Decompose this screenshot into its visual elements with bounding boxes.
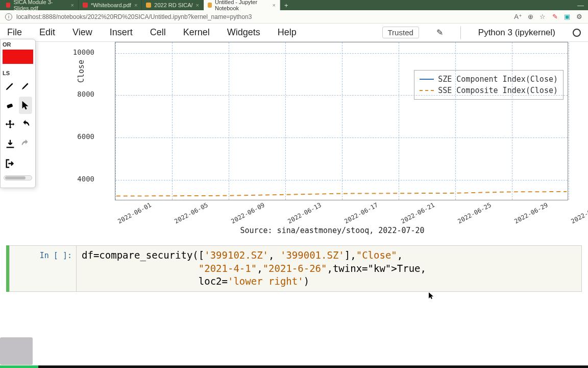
anno-section-color: OR xyxy=(1,39,35,49)
notebook-area: Close 40006000800010000 SZE Component In… xyxy=(0,42,588,353)
tab-label: *Whiteboard.pdf xyxy=(91,2,131,8)
x-tick: 2022-06-25 xyxy=(456,201,492,225)
code-cell[interactable]: In [ ]: df=compare_security(['399102.SZ'… xyxy=(6,245,582,292)
x-tick: 2022-06-17 xyxy=(343,201,379,225)
kernel-status-icon xyxy=(573,29,581,37)
blank-tool xyxy=(19,155,32,172)
browser-tab[interactable]: SICA Module 3-Slides.pdf× xyxy=(2,0,79,10)
favorites-icon[interactable]: ☆ xyxy=(539,13,546,20)
x-tick: 2022-06-29 xyxy=(513,201,549,225)
video-progress-track[interactable] xyxy=(0,365,588,368)
menu-file[interactable]: File xyxy=(7,27,22,38)
code-input[interactable]: df=compare_security(['399102.SZ', '39900… xyxy=(76,246,581,291)
pencil-icon[interactable]: ✎ xyxy=(436,28,443,37)
menu-view[interactable]: View xyxy=(72,27,92,38)
highlighter-tool-icon[interactable] xyxy=(19,77,32,95)
svg-rect-0 xyxy=(7,103,13,108)
y-tick: 6000 xyxy=(43,132,94,141)
menu-kernel[interactable]: Kernel xyxy=(183,27,210,38)
separator xyxy=(460,26,461,39)
annotation-toolbar: OR LS xyxy=(0,39,36,188)
browser-tab-strip: SICA Module 3-Slides.pdf× *Whiteboard.pd… xyxy=(0,0,588,10)
cursor-icon xyxy=(429,292,434,300)
jupyter-icon xyxy=(146,3,151,8)
save-tool-icon[interactable] xyxy=(4,135,17,153)
plot-area: SZE Component Index(Close) SSE Composite… xyxy=(115,42,568,200)
close-icon[interactable]: × xyxy=(71,2,74,8)
kernel-name[interactable]: Python 3 (ipykernel) xyxy=(478,28,555,38)
cell-prompt: In [ ]: xyxy=(10,246,76,291)
y-tick: 8000 xyxy=(43,90,94,98)
video-progress-fill xyxy=(0,365,38,368)
tab-label: 2022 RD SICA/ xyxy=(154,2,192,8)
y-tick: 10000 xyxy=(43,48,94,56)
menu-widgets[interactable]: Widgets xyxy=(227,27,260,38)
x-tick: 2022-06-01 xyxy=(116,201,152,225)
read-aloud-icon[interactable]: A⁺ xyxy=(514,13,522,20)
x-tick: 2022-07-01 xyxy=(570,201,588,225)
x-tick: 2022-06-05 xyxy=(173,201,209,225)
output-chart: Close 40006000800010000 SZE Component In… xyxy=(77,42,588,236)
menu-help[interactable]: Help xyxy=(278,27,297,38)
chart-source: Source: sina/eastmoney/stooq, 2022-07-20 xyxy=(77,226,588,235)
y-tick: 4000 xyxy=(43,175,94,183)
browser-tab[interactable]: *Whiteboard.pdf× xyxy=(79,0,142,10)
close-icon[interactable]: × xyxy=(273,2,276,8)
undo-tool-icon[interactable] xyxy=(19,116,32,133)
cursor-tool-icon[interactable] xyxy=(19,97,32,114)
scrollbar-thumb[interactable] xyxy=(5,176,26,179)
color-swatch-red[interactable] xyxy=(3,50,33,64)
pdf-icon xyxy=(6,3,10,8)
webcam-thumbnail xyxy=(0,337,33,365)
minimize-button[interactable]: — xyxy=(573,0,588,10)
zoom-icon[interactable]: ⊕ xyxy=(527,13,534,20)
eraser-tool-icon[interactable] xyxy=(4,97,17,114)
browser-tab[interactable]: 2022 RD SICA/× xyxy=(142,0,204,10)
pdf-icon xyxy=(83,3,88,8)
browser-tab-active[interactable]: Untitled - Jupyter Notebook× xyxy=(204,0,280,10)
move-tool-icon[interactable] xyxy=(4,116,17,133)
anno-scrollbar[interactable] xyxy=(4,175,32,180)
jupyter-icon xyxy=(208,3,212,8)
tab-label: Untitled - Jupyter Notebook xyxy=(215,0,270,11)
close-icon[interactable]: × xyxy=(134,2,137,8)
menu-cell[interactable]: Cell xyxy=(150,27,166,38)
collections-icon[interactable]: ▣ xyxy=(564,13,571,20)
redo-tool-icon[interactable] xyxy=(19,135,32,153)
url-text[interactable]: localhost:8888/notebooks/2022%20RD%20SIC… xyxy=(16,13,510,20)
exit-tool-icon[interactable] xyxy=(4,155,17,172)
settings-icon[interactable]: ⚙ xyxy=(576,13,583,20)
x-tick: 2022-06-13 xyxy=(286,201,322,225)
jupyter-menubar: File Edit View Insert Cell Kernel Widget… xyxy=(0,24,588,42)
site-info-icon[interactable]: i xyxy=(5,13,12,20)
anno-section-tools: LS xyxy=(1,68,35,77)
x-tick: 2022-06-21 xyxy=(400,201,435,225)
menu-insert[interactable]: Insert xyxy=(110,27,133,38)
pen-tool-icon[interactable] xyxy=(4,77,17,95)
tab-label: SICA Module 3-Slides.pdf xyxy=(13,0,67,11)
address-bar: i localhost:8888/notebooks/2022%20RD%20S… xyxy=(0,10,588,24)
new-tab-button[interactable]: + xyxy=(280,0,292,10)
y-axis-label: Close xyxy=(77,60,86,83)
x-tick: 2022-06-09 xyxy=(230,201,265,225)
trusted-badge[interactable]: Trusted xyxy=(382,27,419,38)
pen-icon[interactable]: ✎ xyxy=(551,13,558,20)
series-lines xyxy=(115,42,568,200)
close-icon[interactable]: × xyxy=(196,2,199,8)
menu-edit[interactable]: Edit xyxy=(39,27,55,38)
